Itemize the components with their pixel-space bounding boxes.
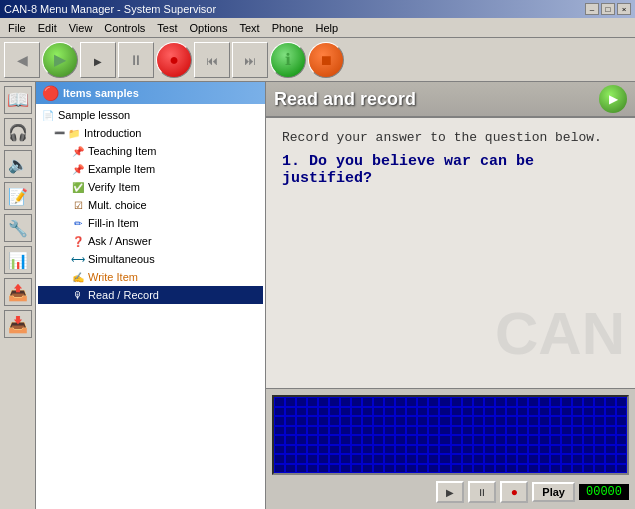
- pause-icon: [129, 49, 143, 70]
- verify-icon: ✅: [70, 179, 86, 195]
- sample-lesson-icon: 📄: [40, 107, 56, 123]
- mult-choice-icon: ☑: [70, 197, 86, 213]
- play-button[interactable]: [80, 42, 116, 78]
- tree-item-read-record[interactable]: 🎙 Read / Record: [38, 286, 263, 304]
- info-button[interactable]: [270, 42, 306, 78]
- record-button[interactable]: [156, 42, 192, 78]
- left-icon-6[interactable]: 📊: [4, 246, 32, 274]
- title-bar: CAN-8 Menu Manager - System Supervisor –…: [0, 0, 635, 18]
- play-icon: [94, 49, 102, 70]
- skip-fwd-icon: [244, 49, 256, 70]
- recorder-section: Play 00000: [266, 388, 635, 509]
- teaching-item-label: Teaching Item: [88, 145, 156, 157]
- main-area: 📖 🎧 🔈 📝 🔧 📊 📤 📥 🔴 Items samples 📄 Sample…: [0, 82, 635, 509]
- menu-edit[interactable]: Edit: [32, 20, 63, 36]
- close-button[interactable]: ×: [617, 3, 631, 15]
- menu-phone[interactable]: Phone: [266, 20, 310, 36]
- simultaneous-label: Simultaneous: [88, 253, 155, 265]
- skip-back-button[interactable]: [194, 42, 230, 78]
- intro-icon: 📁: [66, 125, 82, 141]
- content-body: Record your answer to the question below…: [266, 118, 635, 388]
- record-icon: [169, 49, 179, 70]
- left-icon-8[interactable]: 📥: [4, 310, 32, 338]
- menu-test[interactable]: Test: [151, 20, 183, 36]
- content-header: Read and record ▶: [266, 82, 635, 118]
- content-title: Read and record: [274, 89, 416, 110]
- instruction-text: Record your answer to the question below…: [282, 130, 619, 145]
- example-icon: 📌: [70, 161, 86, 177]
- tree-item-simultaneous[interactable]: ⟷ Simultaneous: [38, 250, 263, 268]
- time-display: 00000: [579, 484, 629, 500]
- tree-item-fillin-item[interactable]: ✏ Fill-in Item: [38, 214, 263, 232]
- read-record-icon: 🎙: [70, 287, 86, 303]
- sample-lesson-label: Sample lesson: [58, 109, 130, 121]
- tree-area: 📄 Sample lesson ➖ 📁 Introduction 📌 Teach…: [36, 104, 265, 509]
- tree-item-introduction[interactable]: ➖ 📁 Introduction: [38, 124, 263, 142]
- minimize-button[interactable]: –: [585, 3, 599, 15]
- pause-button[interactable]: [118, 42, 154, 78]
- fillin-icon: ✏: [70, 215, 86, 231]
- waveform-display: [272, 395, 629, 475]
- menu-help[interactable]: Help: [309, 20, 344, 36]
- left-icon-1[interactable]: 📖: [4, 86, 32, 114]
- tree-item-ask-answer[interactable]: ❓ Ask / Answer: [38, 232, 263, 250]
- rec-pause-button[interactable]: [468, 481, 496, 503]
- ask-answer-label: Ask / Answer: [88, 235, 152, 247]
- menu-view[interactable]: View: [63, 20, 99, 36]
- left-icon-7[interactable]: 📤: [4, 278, 32, 306]
- maximize-button[interactable]: □: [601, 3, 615, 15]
- info-icon: [285, 49, 291, 70]
- menu-options[interactable]: Options: [184, 20, 234, 36]
- tree-item-teaching-item[interactable]: 📌 Teaching Item: [38, 142, 263, 160]
- sidebar-header: 🔴 Items samples: [36, 82, 265, 104]
- menu-file[interactable]: File: [2, 20, 32, 36]
- left-icon-5[interactable]: 🔧: [4, 214, 32, 242]
- tree-item-mult-choice[interactable]: ☑ Mult. choice: [38, 196, 263, 214]
- write-icon: ✍: [70, 269, 86, 285]
- tree-item-verify-item[interactable]: ✅ Verify Item: [38, 178, 263, 196]
- left-icons-panel: 📖 🎧 🔈 📝 🔧 📊 📤 📥: [0, 82, 36, 509]
- collapse-icon: ➖: [54, 128, 65, 138]
- skip-back-icon: [206, 49, 218, 70]
- toolbar: [0, 38, 635, 82]
- rec-record-icon: [511, 485, 518, 499]
- back-button[interactable]: [4, 42, 40, 78]
- window-title: CAN-8 Menu Manager - System Supervisor: [4, 3, 216, 15]
- tree-item-example-item[interactable]: 📌 Example Item: [38, 160, 263, 178]
- mult-choice-label: Mult. choice: [88, 199, 147, 211]
- introduction-label: Introduction: [84, 127, 141, 139]
- menu-controls[interactable]: Controls: [98, 20, 151, 36]
- tree-item-write-item[interactable]: ✍ Write Item: [38, 268, 263, 286]
- read-record-label: Read / Record: [88, 289, 159, 301]
- left-icon-2[interactable]: 🎧: [4, 118, 32, 146]
- rec-pause-icon: [477, 487, 487, 498]
- forward-button[interactable]: [42, 42, 78, 78]
- simultaneous-icon: ⟷: [70, 251, 86, 267]
- content-area: Read and record ▶ Record your answer to …: [266, 82, 635, 509]
- stop-button[interactable]: [308, 42, 344, 78]
- stop-icon: [319, 49, 333, 70]
- sidebar-icon: 🔴: [42, 85, 59, 101]
- question-text: 1. Do you believe war can be justified?: [282, 153, 619, 187]
- skip-fwd-button[interactable]: [232, 42, 268, 78]
- rec-record-button[interactable]: [500, 481, 528, 503]
- rec-play-icon: [446, 487, 454, 498]
- rec-play-button[interactable]: [436, 481, 464, 503]
- ask-answer-icon: ❓: [70, 233, 86, 249]
- verify-item-label: Verify Item: [88, 181, 140, 193]
- sidebar: 🔴 Items samples 📄 Sample lesson ➖ 📁 Intr…: [36, 82, 266, 509]
- watermark: CAN: [495, 299, 625, 368]
- play-labeled-button[interactable]: Play: [532, 482, 575, 502]
- tree-item-sample-lesson[interactable]: 📄 Sample lesson: [38, 106, 263, 124]
- title-controls: – □ ×: [585, 3, 631, 15]
- menu-bar: File Edit View Controls Test Options Tex…: [0, 18, 635, 38]
- recorder-controls: Play 00000: [272, 481, 629, 503]
- left-icon-4[interactable]: 📝: [4, 182, 32, 210]
- back-icon: [17, 49, 28, 70]
- waveform-grid: [274, 397, 627, 473]
- write-item-label: Write Item: [88, 271, 138, 283]
- forward-icon: [54, 49, 66, 70]
- left-icon-3[interactable]: 🔈: [4, 150, 32, 178]
- menu-text[interactable]: Text: [233, 20, 265, 36]
- nav-forward-button[interactable]: ▶: [599, 85, 627, 113]
